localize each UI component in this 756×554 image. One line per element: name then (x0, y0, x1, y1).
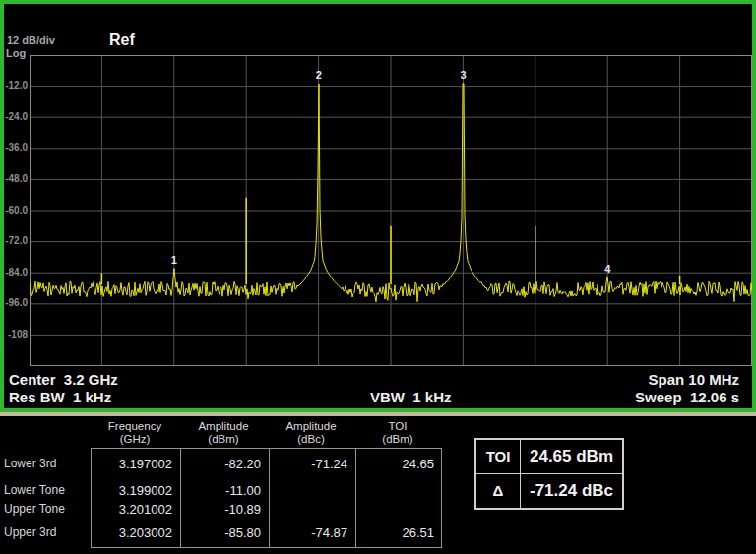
y-axis-tick-label: -36.0 (4, 142, 28, 154)
span-annotation: Span 10 MHz (648, 371, 739, 388)
spectrum-plot: 1234 (30, 55, 752, 366)
vbw-annotation: VBW 1 kHz (370, 389, 452, 405)
column-header-amplitude-dbc: Amplitude (dBc) (268, 420, 354, 446)
sweep-time-annotation: Sweep 12.06 s (635, 389, 739, 405)
header-line1: Amplitude (179, 420, 268, 433)
column-header-toi: TOI (dBm) (354, 420, 441, 446)
marker-3-label: 3 (460, 69, 466, 81)
cell-freq: 3.197002 (91, 457, 172, 471)
delta-summary-label: Δ (476, 474, 521, 509)
toi-summary-label: TOI (476, 440, 521, 474)
cell-amp-dbm: -10.89 (179, 502, 261, 517)
cell-freq: 3.203002 (91, 525, 172, 540)
log-scale-label: Log (6, 47, 26, 59)
y-axis-tick-label: -48.0 (4, 173, 28, 185)
cell-amp-dbm: -11.00 (179, 483, 261, 498)
toi-summary-box: TOI 24.65 dBm Δ -71.24 dBc (474, 438, 624, 510)
spectrum-display-window: 12 dB/div Log Ref -12.0-24.0-36.0-48.0-6… (0, 0, 756, 412)
y-axis-tick-label: -60.0 (4, 205, 28, 216)
center-frequency-annotation: Center 3.2 GHz (9, 371, 118, 388)
y-axis-tick-label: -72.0 (4, 235, 28, 247)
marker-4-label: 4 (604, 263, 611, 275)
window-separator-bar (0, 412, 756, 416)
row-label-lower-tone: Lower Tone (4, 483, 88, 497)
scale-per-div-label: 12 dB/div (7, 34, 55, 46)
delta-summary-value: -71.24 dBc (521, 474, 622, 509)
header-line2: (GHz) (91, 433, 179, 446)
marker-2-label: 2 (316, 69, 322, 81)
spectrum-analyzer-screen: 12 dB/div Log Ref -12.0-24.0-36.0-48.0-6… (0, 0, 756, 554)
cell-amp-dbc: -71.24 (268, 457, 347, 471)
cell-amp-dbc: -74.87 (268, 525, 347, 540)
cell-amp-dbm: -82.20 (179, 457, 261, 471)
y-axis-tick-label: -84.0 (4, 267, 28, 278)
cell-freq: 3.199002 (91, 483, 172, 498)
marker-1-label: 1 (171, 254, 177, 266)
header-line2: (dBc) (268, 433, 354, 446)
header-line1: TOI (354, 420, 441, 433)
cell-toi: 26.51 (354, 525, 434, 540)
column-header-amplitude-dbm: Amplitude (dBm) (179, 420, 268, 446)
header-line1: Frequency (91, 420, 179, 433)
header-line2: (dBm) (179, 433, 268, 446)
cell-amp-dbm: -85.80 (179, 525, 261, 540)
res-bw-annotation: Res BW 1 kHz (9, 389, 111, 405)
header-line1: Amplitude (268, 420, 354, 433)
cell-freq: 3.201002 (91, 502, 172, 517)
cell-toi: 24.65 (354, 457, 434, 471)
row-label-lower-3rd: Lower 3rd (4, 457, 88, 470)
row-label-upper-tone: Upper Tone (4, 502, 88, 516)
y-axis-tick-label: -24.0 (4, 111, 28, 123)
column-header-frequency: Frequency (GHz) (91, 420, 179, 446)
toi-summary-value: 24.65 dBm (521, 440, 622, 474)
y-axis-tick-label: -108 (4, 329, 28, 340)
row-label-upper-3rd: Upper 3rd (4, 525, 88, 539)
y-axis-tick-label: -12.0 (4, 80, 28, 92)
header-line2: (dBm) (354, 433, 441, 446)
ref-level-label: Ref (109, 31, 135, 49)
y-axis-tick-label: -96.0 (4, 297, 28, 309)
